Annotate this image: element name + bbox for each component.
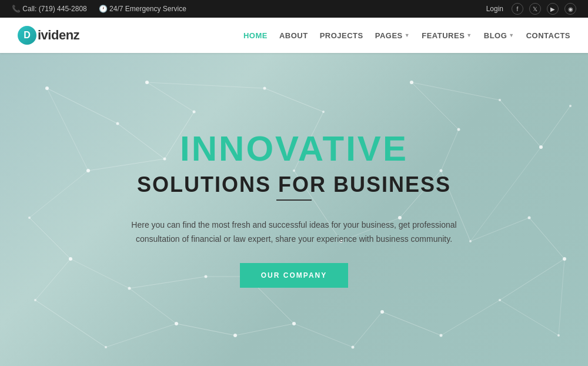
svg-line-56 bbox=[541, 106, 570, 147]
clock-icon: 🕐 bbox=[99, 5, 108, 13]
emergency-text: 24/7 Emergency Service bbox=[109, 5, 186, 13]
nav-about[interactable]: ABOUT bbox=[279, 31, 308, 40]
twitter-icon[interactable]: 𝕏 bbox=[529, 3, 541, 15]
svg-line-62 bbox=[500, 259, 564, 300]
hero-title: INNOVATIVE bbox=[129, 131, 459, 167]
logo[interactable]: D ividenz bbox=[18, 26, 79, 45]
social-icons: f 𝕏 ▶ ◉ bbox=[512, 3, 576, 15]
svg-line-53 bbox=[412, 82, 459, 129]
svg-line-40 bbox=[29, 218, 71, 259]
hero-content: INNOVATIVE SOLUTIONS FOR BUSINESS Here y… bbox=[118, 131, 470, 288]
nav-projects[interactable]: PROJECTS bbox=[320, 31, 363, 40]
youtube-icon[interactable]: ▶ bbox=[547, 3, 559, 15]
svg-line-41 bbox=[35, 259, 71, 300]
features-chevron: ▼ bbox=[466, 32, 472, 38]
logo-icon: D bbox=[18, 26, 36, 45]
svg-line-55 bbox=[500, 100, 541, 147]
svg-line-74 bbox=[559, 259, 564, 335]
top-bar: 📞 Call: (719) 445-2808 🕐 24/7 Emergency … bbox=[0, 0, 588, 18]
facebook-icon[interactable]: f bbox=[512, 3, 523, 15]
logo-name: ividenz bbox=[38, 28, 79, 42]
hero-description: Here you can find the most fresh and suc… bbox=[129, 218, 459, 247]
svg-line-66 bbox=[294, 324, 353, 347]
svg-line-52 bbox=[265, 88, 323, 112]
top-bar-left: 📞 Call: (719) 445-2808 🕐 24/7 Emergency … bbox=[12, 5, 186, 13]
svg-line-35 bbox=[47, 88, 118, 124]
svg-line-45 bbox=[106, 324, 176, 347]
our-company-button[interactable]: OUR COMPANY bbox=[240, 263, 348, 288]
svg-line-68 bbox=[235, 324, 294, 335]
svg-line-65 bbox=[353, 312, 382, 347]
svg-line-73 bbox=[500, 300, 559, 335]
hero-section: INNOVATIVE SOLUTIONS FOR BUSINESS Here y… bbox=[0, 53, 588, 366]
instagram-icon[interactable]: ◉ bbox=[564, 3, 576, 15]
svg-line-61 bbox=[529, 218, 564, 259]
svg-line-39 bbox=[29, 171, 88, 218]
pages-chevron: ▼ bbox=[405, 32, 410, 38]
nav-features[interactable]: FEATURES ▼ bbox=[422, 31, 472, 40]
logo-text: ividenz bbox=[38, 28, 79, 43]
hero-subtitle: SOLUTIONS FOR BUSINESS bbox=[137, 172, 451, 197]
nav-home[interactable]: HOME bbox=[243, 31, 268, 40]
svg-line-64 bbox=[382, 312, 441, 335]
navbar: D ividenz HOME ABOUT PROJECTS PAGES ▼ FE… bbox=[0, 18, 588, 53]
svg-line-46 bbox=[176, 324, 235, 335]
phone-icon: 📞 bbox=[12, 5, 21, 13]
svg-line-51 bbox=[147, 82, 265, 88]
nav-pages[interactable]: PAGES ▼ bbox=[375, 31, 410, 40]
nav-menu: HOME ABOUT PROJECTS PAGES ▼ FEATURES ▼ B… bbox=[243, 31, 570, 40]
blog-chevron: ▼ bbox=[509, 32, 514, 38]
nav-contacts[interactable]: CONTACTS bbox=[526, 31, 570, 40]
svg-line-63 bbox=[441, 300, 500, 335]
login-link[interactable]: Login bbox=[486, 5, 503, 13]
emergency-info: 🕐 24/7 Emergency Service bbox=[99, 5, 186, 13]
phone-number: Call: (719) 445-2808 bbox=[22, 5, 86, 13]
top-bar-right: Login f 𝕏 ▶ ◉ bbox=[486, 3, 576, 15]
svg-line-36 bbox=[47, 88, 88, 171]
svg-line-44 bbox=[129, 288, 176, 324]
svg-line-50 bbox=[147, 82, 194, 112]
phone-info: 📞 Call: (719) 445-2808 bbox=[12, 5, 87, 13]
nav-blog[interactable]: BLOG ▼ bbox=[484, 31, 514, 40]
svg-line-43 bbox=[35, 300, 106, 347]
svg-line-54 bbox=[412, 82, 500, 100]
